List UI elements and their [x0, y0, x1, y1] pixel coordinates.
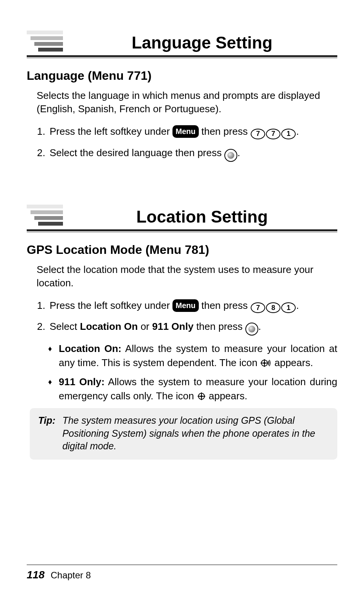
section-bars-icon	[27, 31, 63, 54]
ok-key-icon	[245, 323, 258, 336]
language-description: Selects the language in which menus and …	[37, 89, 337, 116]
option-911-only-detail: 911 Only: Allows the system to measure y…	[48, 375, 337, 403]
tip-label: Tip:	[38, 414, 55, 453]
step-text: then press	[193, 321, 245, 332]
menu-key-icon: Menu	[172, 125, 198, 138]
key-1-icon: 1	[281, 129, 296, 139]
step-text: then press	[199, 126, 251, 137]
gps-description: Select the location mode that the system…	[37, 263, 337, 290]
key-7-icon: 7	[251, 129, 265, 139]
section-rule	[27, 229, 337, 232]
gps-step-2: Select Location On or 911 Only then pres…	[48, 319, 337, 336]
menu-key-icon: Menu	[172, 299, 198, 312]
gps-step-1: Press the left softkey under Menu then p…	[48, 298, 337, 313]
section-title: Location Setting	[67, 207, 337, 228]
option-location-on-detail: Location On: Allows the system to measur…	[48, 342, 337, 370]
option-911-only: 911 Only	[152, 321, 193, 332]
ok-key-icon	[224, 149, 237, 162]
key-7-icon: 7	[266, 129, 280, 139]
location-on-icon	[260, 358, 272, 368]
period: .	[237, 147, 240, 158]
svg-point-3	[263, 362, 265, 364]
gps-options-list: Location On: Allows the system to measur…	[48, 342, 337, 403]
chapter-label: Chapter 8	[51, 570, 91, 580]
section-bars-icon	[27, 205, 63, 228]
period: .	[296, 300, 299, 311]
svg-point-7	[200, 395, 202, 397]
step-text: then press	[199, 300, 251, 311]
section-title: Language Setting	[67, 33, 337, 54]
option-text: appears.	[206, 390, 247, 402]
step-text: Select the desired language then press	[50, 147, 224, 158]
option-location-on: Location On	[80, 321, 138, 332]
option-label: 911 Only:	[59, 376, 105, 387]
option-label: Location On:	[59, 343, 121, 354]
section-rule	[27, 55, 337, 58]
subheading-gps: GPS Location Mode (Menu 781)	[27, 243, 337, 257]
step-text: or	[138, 321, 152, 332]
language-step-1: Press the left softkey under Menu then p…	[48, 124, 337, 139]
step-text: Press the left softkey under	[50, 126, 172, 137]
tip-box: Tip: The system measures your location u…	[30, 408, 337, 460]
key-7-icon: 7	[251, 302, 265, 313]
period: .	[296, 126, 299, 137]
location-911-icon	[197, 392, 206, 401]
page-number: 118	[27, 569, 45, 581]
subheading-language: Language (Menu 771)	[27, 69, 337, 83]
key-8-icon: 8	[266, 302, 280, 313]
tip-text: The system measures your location using …	[62, 414, 329, 453]
language-steps: Press the left softkey under Menu then p…	[48, 124, 337, 162]
page-footer: 118Chapter 8	[27, 565, 337, 581]
section-header-location: Location Setting	[27, 205, 337, 228]
option-text: appears.	[272, 357, 313, 368]
period: .	[258, 321, 261, 332]
step-text: Press the left softkey under	[50, 300, 172, 311]
gps-steps: Press the left softkey under Menu then p…	[48, 298, 337, 336]
key-1-icon: 1	[281, 302, 296, 313]
step-text: Select	[50, 321, 80, 332]
section-header-language: Language Setting	[27, 31, 337, 54]
language-step-2: Select the desired language then press .	[48, 145, 337, 162]
